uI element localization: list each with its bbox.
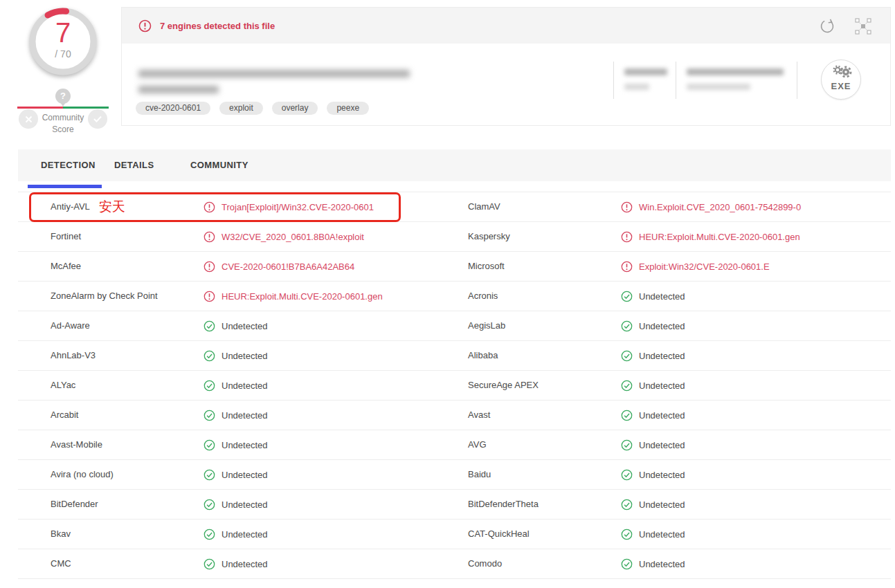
detection-result: Undetected	[621, 529, 685, 540]
detection-row: Antiy-AVL安天 Trojan[Exploit]/Win32.CVE-20…	[18, 192, 891, 222]
engine-name: Avast-Mobile	[51, 439, 102, 450]
analysis-card: DETECTION DETAILS COMMUNITY Antiy-AVL安天 …	[18, 149, 891, 588]
check-icon	[621, 529, 633, 540]
engine-name-wrap: Microsoft	[468, 259, 621, 274]
warning-icon	[204, 201, 215, 213]
detection-result: Undetected	[204, 529, 268, 540]
engine-name: CMC	[51, 558, 71, 569]
tag-pill[interactable]: overlay	[272, 102, 318, 115]
check-icon	[204, 380, 215, 392]
check-icon	[621, 558, 633, 570]
engine-name: SecureAge APEX	[468, 380, 539, 390]
detections-banner: 7 engines detected this file	[122, 8, 890, 44]
engine-name-wrap: ALYac	[51, 378, 204, 393]
vote-up-button[interactable]	[88, 109, 107, 129]
divider	[676, 62, 676, 99]
warning-icon	[138, 19, 152, 33]
detection-result: Undetected	[204, 499, 268, 511]
file-name-redacted-line2	[138, 86, 219, 93]
engine-name-wrap: AhnLab-V3	[51, 348, 204, 363]
engine-name: Arcabit	[51, 410, 78, 420]
result-text: Undetected	[639, 410, 685, 421]
engine-name-wrap: Avast	[468, 407, 621, 423]
result-text: Win.Exploit.CVE_2020_0601-7542899-0	[639, 202, 801, 212]
detection-cell: AegisLab Undetected	[446, 311, 891, 340]
detection-cell: BitDefender Undetected	[18, 490, 446, 519]
engine-name: BitDefender	[51, 499, 98, 509]
detection-row: Ad-Aware Undetected AegisLab	[18, 311, 891, 341]
engine-name: BitDefenderTheta	[468, 499, 539, 509]
tag-pill[interactable]: cve-2020-0601	[136, 102, 210, 115]
result-text: CVE-2020-0601!B7BA6A42AB64	[222, 261, 354, 272]
check-icon	[204, 558, 215, 570]
engine-name-wrap: Fortinet	[51, 229, 204, 244]
analysis-date-label-redacted	[687, 84, 750, 90]
engine-name: ALYac	[51, 380, 75, 390]
detection-cell: Ad-Aware Undetected	[18, 311, 446, 340]
detection-cell: Alibaba Undetected	[446, 341, 891, 370]
engine-name-wrap: Kaspersky	[468, 229, 621, 244]
detection-cell: Antiy-AVL安天 Trojan[Exploit]/Win32.CVE-20…	[18, 192, 446, 221]
engine-name: AVG	[468, 439, 487, 450]
engine-name: Avast	[468, 410, 490, 420]
gauge-score: 7 / 70	[26, 4, 100, 79]
detection-cell: SecureAge APEX Undetected	[446, 371, 891, 400]
engine-name-wrap: CAT-QuickHeal	[468, 526, 621, 542]
engine-name: Ad-Aware	[51, 320, 90, 331]
engine-name: Antiy-AVL	[51, 201, 90, 212]
community-score-label: Community Score	[35, 112, 91, 136]
detection-result: Undetected	[621, 499, 685, 511]
x-icon	[24, 115, 33, 124]
engine-name: Bkav	[51, 529, 71, 539]
engine-name-wrap: ZoneAlarm by Check Point	[51, 288, 204, 304]
detection-result: Undetected	[621, 320, 685, 332]
result-text: Trojan[Exploit]/Win32.CVE-2020-0601	[222, 202, 374, 212]
check-icon	[204, 469, 215, 481]
tag-pill[interactable]: exploit	[219, 102, 263, 115]
detections-table: Antiy-AVL安天 Trojan[Exploit]/Win32.CVE-20…	[18, 192, 891, 579]
reanalyze-icon[interactable]	[818, 17, 836, 35]
file-summary-card: 7 engines detected this file cve-2020-06…	[121, 7, 891, 126]
active-tab-indicator	[28, 185, 102, 188]
tab-details[interactable]: DETAILS	[114, 149, 154, 181]
detection-result: Exploit:Win32/CVE-2020-0601.E	[621, 261, 770, 273]
score-help-pin[interactable]: ?	[55, 89, 71, 104]
result-text: Undetected	[639, 321, 685, 331]
engine-name-wrap: AVG	[468, 437, 621, 452]
engine-name-wrap: BitDefenderTheta	[468, 497, 621, 512]
check-icon	[621, 469, 633, 481]
engine-name-wrap: Acronis	[468, 288, 621, 304]
result-text: Undetected	[222, 351, 268, 361]
result-text: Undetected	[639, 440, 685, 450]
tab-community[interactable]: COMMUNITY	[190, 149, 248, 181]
detection-result: Undetected	[621, 558, 685, 570]
detection-cell: Kaspersky HEUR:Exploit.Multi.CVE-2020-06…	[446, 222, 891, 251]
engine-name: Kaspersky	[468, 231, 510, 241]
detection-row: McAfee CVE-2020-0601!B7BA6A42AB64 Micros…	[18, 252, 891, 282]
engine-name-wrap: McAfee	[51, 259, 204, 274]
community-score-bar-negative	[17, 107, 63, 109]
detection-cell: Arcabit Undetected	[18, 401, 446, 430]
engine-name-wrap: SecureAge APEX	[468, 378, 621, 393]
result-text: Undetected	[222, 559, 268, 569]
detection-result: Undetected	[621, 439, 685, 451]
file-type-badge: EXE	[821, 59, 861, 100]
detection-cell: BitDefenderTheta Undetected	[446, 490, 891, 519]
virustotal-report-page: 7 / 70 ? Community Score	[0, 0, 895, 588]
detection-cell: AVG Undetected	[446, 430, 891, 459]
check-icon	[204, 529, 215, 540]
similar-files-icon[interactable]	[854, 17, 872, 35]
score-value: 7	[26, 18, 100, 47]
tab-detection[interactable]: DETECTION	[41, 149, 96, 181]
result-text: Undetected	[222, 380, 268, 391]
detection-cell: ZoneAlarm by Check Point HEUR:Exploit.Mu…	[18, 282, 446, 311]
result-text: Undetected	[639, 351, 685, 361]
tag-pill[interactable]: peexe	[327, 102, 369, 115]
detection-result: HEUR:Exploit.Multi.CVE-2020-0601.gen	[204, 291, 383, 302]
file-info-section: cve-2020-0601exploitoverlaypeexe EXE	[122, 44, 890, 125]
detection-row: AhnLab-V3 Undetected Alibaba	[18, 341, 891, 371]
detection-result: Undetected	[621, 410, 685, 421]
score-denominator: / 70	[26, 48, 100, 59]
engine-name-wrap: Arcabit	[51, 407, 204, 423]
file-type-label: EXE	[822, 81, 860, 91]
